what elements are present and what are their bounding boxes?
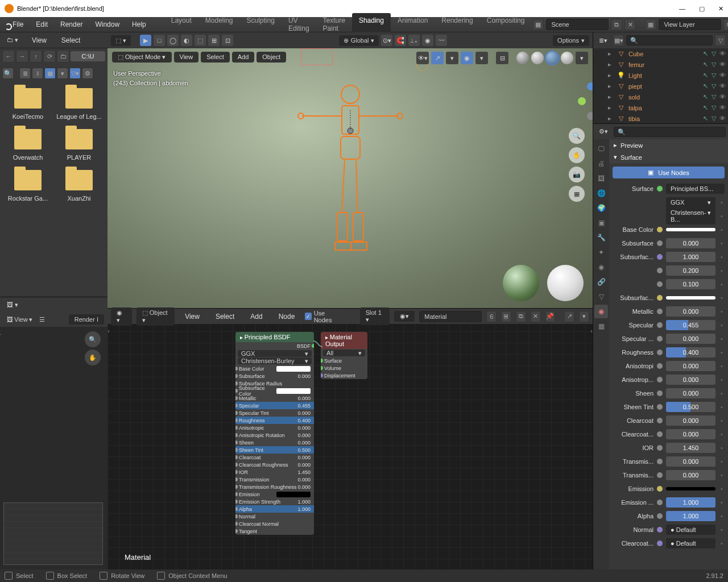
animate-dot[interactable]: • [719,281,725,288]
material-name-input[interactable] [419,311,482,322]
node-input-row[interactable]: Emission [235,490,314,498]
animate-dot[interactable]: • [719,226,725,233]
menu-help[interactable]: Help [126,18,152,31]
socket-dot[interactable] [657,418,663,423]
socket-dot[interactable] [657,281,663,287]
animate-dot[interactable]: • [719,540,725,547]
view-thumb-icon[interactable]: ▦ [44,68,56,79]
overlay-toggle[interactable]: ◉ [461,52,473,64]
3d-viewport[interactable]: ⬚ Object Mode View Select Add Object 👁▾ … [107,48,593,308]
snap-icon[interactable]: ⬚ [195,35,206,46]
select-toggle-icon[interactable]: ↖ [703,61,708,68]
select-toggle-icon[interactable]: ↖ [703,50,708,57]
settings-icon[interactable]: ⚙ [82,68,93,79]
animate-dot[interactable]: • [719,322,725,329]
node-input-row[interactable]: Anisotropic Rotation0.000 [235,431,314,439]
select-toggle-icon[interactable]: ↖ [703,72,708,79]
disable-toggle-icon[interactable]: 👁 [719,50,726,57]
close-button[interactable]: ✕ [718,5,723,13]
disable-toggle-icon[interactable]: 👁 [719,72,726,79]
prop-value[interactable]: 0.000 [666,429,715,439]
use-nodes-button[interactable]: ▣ Use Nodes [613,167,725,178]
node-out-title[interactable]: ▸ Material Output [321,332,367,349]
menu-render[interactable]: Render [55,18,88,31]
persp-nav-icon[interactable]: ▦ [569,186,585,202]
outliner-row[interactable]: ▸▽talpa↖▽👁 [593,102,728,113]
use-nodes-checkbox[interactable]: ✓Use Nodes [305,310,341,323]
disable-toggle-icon[interactable]: 👁 [719,82,726,90]
mat-unlink-icon[interactable]: ✕ [531,311,541,322]
mode-dropdown[interactable]: ⬚ Object Mode [112,52,172,63]
socket-dot[interactable] [657,350,663,355]
select-toggle-icon[interactable]: ↖ [703,115,708,122]
fb-select-menu[interactable]: Select [57,34,85,47]
options-dropdown[interactable]: Options ▾ [553,35,589,46]
props-body[interactable]: ▸ Preview ▾ Surface ▣ Use Nodes Surface … [609,139,728,569]
select-lasso-icon[interactable]: ◐ [181,35,192,46]
ne-expand-left[interactable]: › [107,327,110,334]
prop-value[interactable]: 0.400 [666,347,715,357]
sort-dropdown[interactable]: ▾ [57,68,68,79]
prop-value[interactable]: 1.000 [666,511,715,521]
ne-view-menu[interactable]: View [179,310,205,323]
hide-toggle-icon[interactable]: ▽ [712,82,716,90]
socket-dot[interactable] [657,240,663,246]
hide-toggle-icon[interactable]: ▽ [712,93,716,101]
node-input-row[interactable]: Subsurface0.000 [235,372,314,380]
view-list-icon[interactable]: ≣ [19,68,31,79]
menu-window[interactable]: Window [89,18,125,31]
image-mode-dropdown[interactable]: 🖼 View ▾ [3,314,36,325]
select-box-icon[interactable]: □ [154,35,165,46]
node-bsdf-title[interactable]: ▸ Principled BSDF [235,332,314,342]
axis-neg[interactable] [587,112,593,120]
node-input-row[interactable]: Sheen0.000 [235,439,314,446]
socket-dot[interactable] [657,336,663,342]
disable-toggle-icon[interactable]: 👁 [719,104,726,111]
socket-dot[interactable] [657,404,663,410]
prop-value[interactable]: 1.450 [666,443,715,453]
animate-dot[interactable]: • [719,267,725,274]
panel-preview[interactable]: ▸ Preview [609,139,728,151]
ne-overlay2-icon[interactable]: ▾ [579,311,589,322]
socket-dot[interactable] [657,486,663,492]
socket-dot[interactable] [657,431,663,437]
animate-dot[interactable]: • [719,485,725,492]
prop-value[interactable]: 0.455 [666,320,715,330]
outliner-mode[interactable]: ▦▾ [613,35,624,46]
axis-y[interactable] [578,97,586,105]
image-canvas[interactable]: 🔍 ✋ › [0,327,107,569]
animate-dot[interactable]: • [719,444,725,451]
ptab-particle[interactable]: ✦ [594,246,608,259]
vp-select-menu[interactable]: Select [201,52,230,63]
viewlayer-browse-icon[interactable]: ▦ [645,19,656,30]
ptab-material[interactable]: ◉ [594,305,608,318]
mat-fake-icon[interactable]: ⛨ [501,311,511,322]
pan-nav-icon[interactable]: ✋ [569,147,585,163]
visibility-dropdown[interactable]: 👁▾ [416,52,429,64]
scene-browse-icon[interactable]: ▦ [532,19,544,30]
props-search[interactable] [614,127,726,137]
socket-dot[interactable] [657,500,663,505]
ptab-world[interactable]: 🌍 [594,201,608,215]
node-principled-bsdf[interactable]: ▸ Principled BSDF BSDF GGX▾ Christensen-… [235,332,314,535]
node-input-row[interactable]: Emission Strength1.000 [235,498,314,505]
folder-item[interactable]: Overwatch [2,129,53,161]
node-input-row[interactable]: Anisotropic0.000 [235,424,314,431]
prop-value[interactable]: 0.000 [666,306,715,317]
distribution-dropdown[interactable]: GGX▾ [666,197,715,208]
prop-value[interactable]: 0.000 [666,361,715,371]
zoom-nav-icon[interactable]: 🔍 [569,128,585,144]
shading-dropdown[interactable]: ▾ [576,52,588,64]
outliner-row[interactable]: ▸▽sold↖▽👁 [593,92,728,102]
scene-delete-icon[interactable]: ✕ [624,19,636,30]
disable-toggle-icon[interactable]: 👁 [719,115,726,122]
hide-toggle-icon[interactable]: ▽ [712,115,716,122]
node-input-row[interactable]: Clearcoat Normal [235,520,314,527]
mat-pin-icon[interactable]: 📌 [545,311,556,322]
snap-toggle[interactable]: 🧲 [395,35,406,46]
socket-dot[interactable] [657,377,663,383]
ptab-object[interactable]: ▣ [594,216,608,230]
overlay-dropdown[interactable]: ▾ [475,52,488,64]
animate-dot[interactable]: • [719,431,725,438]
mat-users[interactable]: 6 [486,311,497,322]
